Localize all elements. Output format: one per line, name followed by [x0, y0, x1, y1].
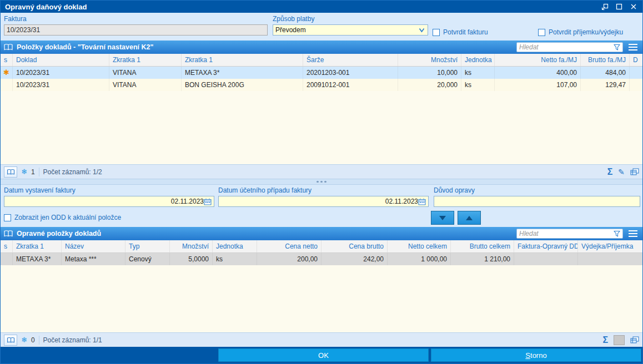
potvrdit-fakturu-checkbox[interactable] — [433, 29, 440, 36]
grid-menu-icon[interactable] — [627, 229, 639, 238]
grid-menu-icon[interactable] — [627, 43, 639, 52]
cell-zkratka1[interactable]: VITANA — [109, 67, 182, 79]
cell-jednotka[interactable]: ks — [213, 253, 257, 265]
column-header[interactable]: Výdejka/Příjemka — [578, 240, 643, 252]
column-header[interactable]: Název — [62, 240, 125, 252]
cell-doklad[interactable]: 10/2023/31 — [13, 79, 109, 91]
cell-netto[interactable]: 400,00 — [495, 67, 581, 79]
move-up-button[interactable] — [458, 211, 481, 225]
cell-netto-celkem[interactable]: 1 000,00 — [388, 253, 451, 265]
column-header[interactable]: Zkratka 1 — [109, 54, 182, 66]
cell-zkratka1b[interactable]: BON GEISHA 200G — [182, 79, 303, 91]
cell-vydejka[interactable] — [578, 253, 643, 265]
column-header[interactable]: Brutto fa./MJ — [581, 54, 630, 66]
edit-disabled-icon — [614, 335, 625, 345]
cell-mnozstvi[interactable]: 5,0000 — [170, 253, 213, 265]
cell-brutto[interactable]: 484,00 — [581, 67, 630, 79]
column-header[interactable]: Brutto celkem — [451, 240, 514, 252]
column-header[interactable]: s — [1, 54, 13, 66]
cell-zkratka1[interactable]: VITANA — [109, 79, 182, 91]
splitter-handle[interactable] — [1, 179, 642, 185]
zobrazit-odd-checkbox[interactable] — [4, 214, 11, 221]
column-header[interactable]: Jednotka — [213, 240, 257, 252]
arrow-down-icon — [439, 216, 446, 220]
corrective-items-grid-panel: Opravné položky dokladů s Zkratka 1 Náze… — [1, 227, 642, 347]
cell-brutto-celkem[interactable]: 1 210,00 — [451, 253, 514, 265]
column-header[interactable]: Cena brutto — [322, 240, 388, 252]
cell-d[interactable] — [630, 67, 643, 79]
column-header[interactable]: Doklad — [13, 54, 109, 66]
column-header[interactable]: Netto celkem — [388, 240, 451, 252]
copy-table-icon[interactable] — [630, 336, 639, 344]
column-header[interactable]: s — [1, 240, 13, 252]
filter-funnel-icon[interactable] — [614, 44, 620, 50]
maximize-icon[interactable] — [614, 2, 625, 12]
column-header[interactable]: Množství — [398, 54, 461, 66]
cell-cena-brutto[interactable]: 242,00 — [322, 253, 388, 265]
copy-table-icon[interactable] — [630, 168, 639, 176]
column-header[interactable]: Netto fa./MJ — [495, 54, 581, 66]
cell-cena-netto[interactable]: 200,00 — [257, 253, 322, 265]
cell-jednotka[interactable]: ks — [461, 79, 495, 91]
duvod-opravy-input[interactable] — [436, 198, 637, 205]
zpusob-platby-select[interactable]: Převodem — [273, 24, 428, 36]
cell-d[interactable] — [630, 79, 643, 91]
cell-mnozstvi[interactable]: 20,000 — [398, 79, 461, 91]
table-row[interactable]: 10/2023/31 VITANA BON GEISHA 200G 200910… — [1, 79, 642, 91]
cell-sarze[interactable]: 20091012-001 — [303, 79, 398, 91]
snowflake-icon: ❄ — [21, 168, 27, 176]
zobrazit-odd-label: Zobrazit jen ODD k aktuální položce — [14, 214, 121, 221]
cell-netto[interactable]: 107,00 — [495, 79, 581, 91]
move-down-button[interactable] — [431, 211, 454, 225]
items-search-input[interactable] — [519, 43, 614, 51]
ok-button[interactable]: OK — [218, 348, 429, 362]
potvrdit-prijemku-checkbox[interactable] — [538, 29, 545, 36]
column-header[interactable]: Šarže — [303, 54, 398, 66]
cell-doklad[interactable]: 10/2023/31 — [13, 67, 109, 79]
records-count-text: Počet záznamů: 1/1 — [43, 336, 102, 344]
book-toggle-icon[interactable] — [4, 166, 17, 178]
items-grid-empty-area[interactable] — [1, 91, 642, 164]
column-header[interactable]: D — [630, 54, 643, 66]
arrow-up-icon — [466, 216, 473, 220]
float-window-icon[interactable] — [599, 2, 610, 12]
cell-sarze[interactable]: 20201203-001 — [303, 67, 398, 79]
corrective-search-input[interactable] — [519, 230, 614, 237]
datum-ucetni-input[interactable] — [221, 198, 418, 205]
table-row[interactable]: METAXA 3* Metaxa *** Cenový 5,0000 ks 20… — [1, 253, 642, 265]
potvrdit-fakturu-label: Potvrdit fakturu — [443, 28, 488, 36]
faktura-field[interactable] — [7, 26, 265, 34]
items-column-header: s Doklad Zkratka 1 Zkratka 1 Šarže Množs… — [1, 54, 642, 67]
column-header[interactable]: Jednotka — [461, 54, 495, 66]
calendar-icon[interactable] — [204, 198, 212, 205]
column-header[interactable]: Faktura-Opravný DD — [514, 240, 578, 252]
cell-typ[interactable]: Cenový — [125, 253, 170, 265]
duvod-opravy-label: Důvod opravy — [434, 186, 640, 194]
datum-vystaveni-input[interactable] — [7, 198, 204, 205]
edit-pencil-icon[interactable]: ✎ — [618, 168, 625, 176]
sum-sigma-icon[interactable]: Σ — [607, 167, 613, 177]
cell-brutto[interactable]: 129,47 — [581, 79, 630, 91]
close-icon[interactable] — [628, 2, 639, 12]
storno-button[interactable]: Storno — [431, 348, 641, 362]
cell-zkratka1b[interactable]: METAXA 3* — [182, 67, 303, 79]
column-header[interactable]: Zkratka 1 — [13, 240, 62, 252]
cell-zkratka1[interactable]: METAXA 3* — [13, 253, 62, 265]
column-header[interactable]: Množství — [170, 240, 213, 252]
column-header[interactable]: Cena netto — [257, 240, 322, 252]
book-toggle-icon[interactable] — [4, 335, 17, 346]
records-count-text: Počet záznamů: 1/2 — [43, 168, 102, 176]
calendar-icon[interactable] — [418, 198, 426, 205]
column-header[interactable]: Zkratka 1 — [182, 54, 303, 66]
corrective-grid-empty-area[interactable] — [1, 265, 642, 332]
bottom-bar: OK Storno — [1, 347, 642, 363]
cell-mnozstvi[interactable]: 10,000 — [398, 67, 461, 79]
cell-jednotka[interactable]: ks — [461, 67, 495, 79]
cell-faktura-odd[interactable] — [514, 253, 578, 265]
faktura-field-box — [4, 24, 268, 36]
table-row[interactable]: ✱ 10/2023/31 VITANA METAXA 3* 20201203-0… — [1, 67, 642, 79]
cell-nazev[interactable]: Metaxa *** — [62, 253, 125, 265]
column-header[interactable]: Typ — [125, 240, 170, 252]
sum-sigma-icon[interactable]: Σ — [602, 335, 608, 345]
filter-funnel-icon[interactable] — [614, 230, 620, 237]
